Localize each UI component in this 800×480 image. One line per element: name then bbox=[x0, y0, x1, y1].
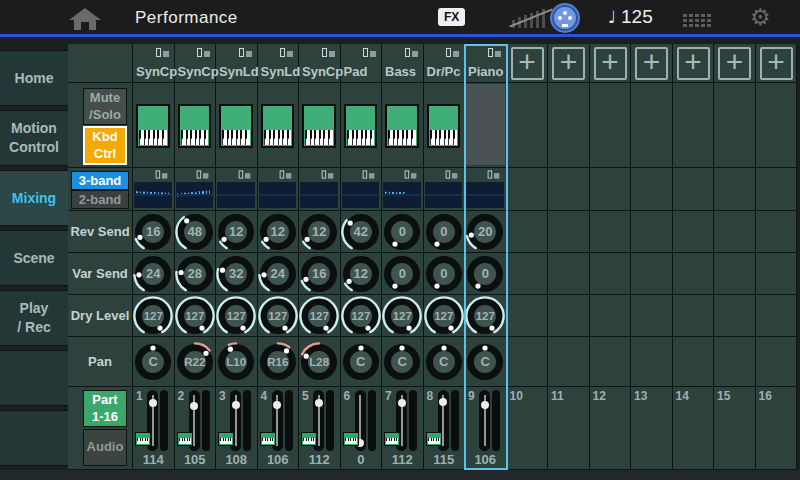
add-part-button[interactable]: + bbox=[594, 47, 627, 80]
arpeggio-off-icon[interactable] bbox=[510, 9, 550, 28]
var-send-knob[interactable]: 32 bbox=[216, 254, 256, 294]
part-name-cell[interactable]: SynLd bbox=[216, 44, 258, 83]
var-send-knob[interactable]: 24 bbox=[258, 254, 298, 294]
kbd-ctrl-zone[interactable] bbox=[216, 83, 258, 168]
part-eq-cell[interactable] bbox=[258, 168, 300, 211]
pan-knob[interactable]: L10 bbox=[216, 342, 256, 382]
audio-button[interactable]: Audio bbox=[83, 429, 127, 466]
kbd-ctrl-zone[interactable] bbox=[133, 83, 175, 168]
fader-thumb[interactable] bbox=[439, 398, 447, 406]
sidebar-item-motion-control[interactable]: Motion Control bbox=[0, 110, 68, 166]
pan-knob[interactable]: R16 bbox=[258, 342, 298, 382]
midi-icon[interactable] bbox=[552, 5, 578, 31]
rev-send-knob[interactable]: 12 bbox=[299, 212, 339, 252]
add-part-button[interactable]: + bbox=[718, 47, 751, 80]
part-name-cell[interactable]: Piano bbox=[465, 44, 507, 83]
fader-thumb[interactable] bbox=[190, 402, 198, 410]
rev-send-knob[interactable]: 48 bbox=[175, 212, 215, 252]
settings-gear-icon[interactable]: ⚙ bbox=[750, 4, 771, 30]
pan-knob[interactable]: C bbox=[341, 342, 381, 382]
var-send-knob[interactable]: 0 bbox=[424, 254, 464, 294]
sidebar-item-play-rec[interactable]: Play / Rec bbox=[0, 290, 68, 346]
var-send-knob[interactable]: 16 bbox=[299, 254, 339, 294]
part-name-cell[interactable]: SynCp bbox=[175, 44, 217, 83]
add-part-button[interactable]: + bbox=[760, 47, 793, 80]
eq-3band-button[interactable]: 3-band bbox=[71, 171, 129, 190]
dry-level-knob[interactable]: 127 bbox=[465, 296, 505, 336]
kbd-ctrl-zone[interactable] bbox=[175, 83, 217, 168]
kbd-ctrl-zone[interactable] bbox=[465, 83, 507, 168]
var-send-knob[interactable]: 12 bbox=[341, 254, 381, 294]
part-eq-cell[interactable] bbox=[216, 168, 258, 211]
tempo-display[interactable]: ♩ 125 bbox=[608, 6, 653, 28]
part-eq-cell[interactable] bbox=[175, 168, 217, 211]
add-part-button[interactable]: + bbox=[635, 47, 668, 80]
rev-send-knob[interactable]: 0 bbox=[382, 212, 422, 252]
kbd-ctrl-zone[interactable] bbox=[258, 83, 300, 168]
home-icon[interactable] bbox=[68, 7, 102, 31]
fader-thumb[interactable] bbox=[232, 401, 240, 409]
kbd-ctrl-zone[interactable] bbox=[382, 83, 424, 168]
var-send-knob[interactable]: 0 bbox=[382, 254, 422, 294]
eq-2band-button[interactable]: 2-band bbox=[71, 190, 129, 209]
part-eq-cell[interactable] bbox=[382, 168, 424, 211]
fader-thumb[interactable] bbox=[149, 399, 157, 407]
part-eq-cell[interactable] bbox=[465, 168, 507, 211]
part-eq-cell[interactable] bbox=[424, 168, 466, 211]
rev-send-knob[interactable]: 0 bbox=[424, 212, 464, 252]
part-name-cell[interactable]: Bass bbox=[382, 44, 424, 83]
rev-send-knob[interactable]: 12 bbox=[258, 212, 298, 252]
var-send-knob[interactable]: 28 bbox=[175, 254, 215, 294]
part-name-cell[interactable]: SynLd bbox=[258, 44, 300, 83]
part-name-cell[interactable]: SynCp bbox=[299, 44, 341, 83]
part-eq-cell[interactable] bbox=[341, 168, 383, 211]
part-name-cell[interactable]: Pad bbox=[341, 44, 383, 83]
var-send-knob[interactable]: 24 bbox=[133, 254, 173, 294]
part-eq-cell[interactable] bbox=[133, 168, 175, 211]
pan-knob[interactable]: C bbox=[133, 342, 173, 382]
sidebar-item-empty[interactable] bbox=[0, 410, 68, 466]
rev-send-knob[interactable]: 12 bbox=[216, 212, 256, 252]
rev-send-knob[interactable]: 20 bbox=[465, 212, 505, 252]
volume-fader[interactable] bbox=[479, 390, 490, 451]
part-1-16-button[interactable]: Part 1-16 bbox=[83, 390, 127, 427]
sidebar-item-home[interactable]: Home bbox=[0, 50, 68, 106]
kbd-ctrl-button[interactable]: Kbd Ctrl bbox=[83, 126, 127, 165]
fx-icon[interactable]: FX bbox=[438, 8, 465, 26]
kbd-ctrl-zone[interactable] bbox=[299, 83, 341, 168]
rev-send-knob[interactable]: 16 bbox=[133, 212, 173, 252]
part-name-cell[interactable]: SynCp bbox=[133, 44, 175, 83]
sidebar-item-mixing[interactable]: Mixing bbox=[0, 170, 68, 226]
sidebar-item-scene[interactable]: Scene bbox=[0, 230, 68, 286]
fader-thumb[interactable] bbox=[273, 401, 281, 409]
dry-level-knob[interactable]: 127 bbox=[216, 296, 256, 336]
part-name-cell[interactable]: Dr/Pc bbox=[424, 44, 466, 83]
part-eq-cell[interactable] bbox=[299, 168, 341, 211]
add-part-button[interactable]: + bbox=[677, 47, 710, 80]
var-send-knob[interactable]: 0 bbox=[465, 254, 505, 294]
dry-level-knob[interactable]: 127 bbox=[133, 296, 173, 336]
dry-level-knob[interactable]: 127 bbox=[258, 296, 298, 336]
quick-setup-grid-icon[interactable] bbox=[683, 12, 711, 27]
pan-knob[interactable]: C bbox=[424, 342, 464, 382]
kbd-ctrl-zone[interactable] bbox=[424, 83, 466, 168]
fader-thumb[interactable] bbox=[481, 401, 489, 409]
kbd-ctrl-zone[interactable] bbox=[341, 83, 383, 168]
fader-thumb[interactable] bbox=[398, 399, 406, 407]
rev-send-knob[interactable]: 42 bbox=[341, 212, 381, 252]
pan-knob[interactable]: L28 bbox=[299, 342, 339, 382]
fader-thumb[interactable] bbox=[315, 399, 323, 407]
add-part-button[interactable]: + bbox=[511, 47, 544, 80]
pan-knob[interactable]: C bbox=[465, 342, 505, 382]
dry-level-knob[interactable]: 127 bbox=[424, 296, 464, 336]
mute-solo-button[interactable]: Mute /Solo bbox=[83, 88, 127, 125]
dry-level-knob[interactable]: 127 bbox=[299, 296, 339, 336]
sidebar-item-empty[interactable] bbox=[0, 350, 68, 406]
add-part-button[interactable]: + bbox=[552, 47, 585, 80]
pan-knob[interactable]: C bbox=[382, 342, 422, 382]
pan-knob[interactable]: R22 bbox=[175, 342, 215, 382]
dry-level-knob[interactable]: 127 bbox=[175, 296, 215, 336]
part-name-label: SynCp bbox=[136, 64, 177, 79]
dry-level-knob[interactable]: 127 bbox=[341, 296, 381, 336]
dry-level-knob[interactable]: 127 bbox=[382, 296, 422, 336]
